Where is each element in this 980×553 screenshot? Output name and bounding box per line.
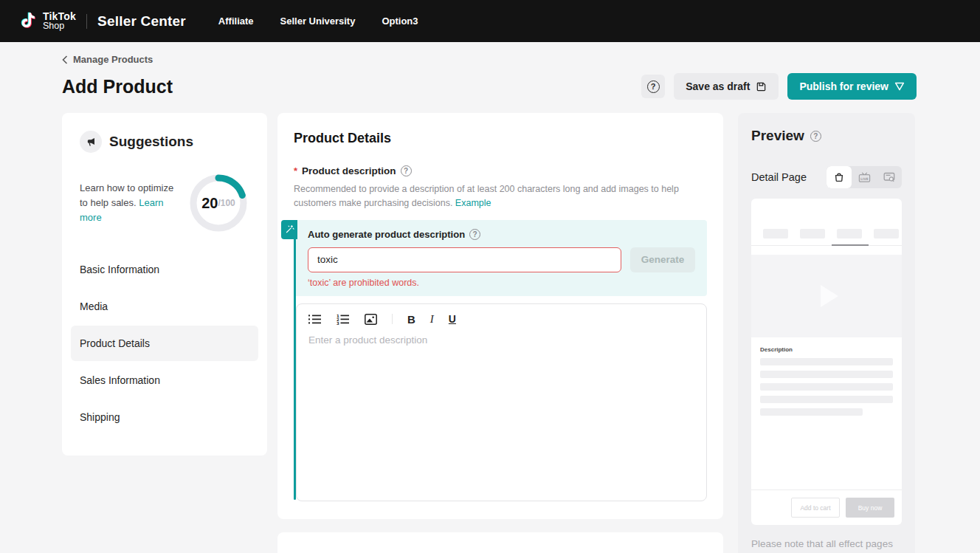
- nav-item-seller-university[interactable]: Seller University: [280, 16, 356, 27]
- autogen-keywords-input[interactable]: [308, 247, 621, 272]
- play-icon: [821, 285, 838, 307]
- mockup-add-to-cart-button: Add to cart: [791, 498, 840, 518]
- megaphone-icon: [80, 131, 102, 153]
- text-placeholder-line: [760, 396, 893, 403]
- sales-information-card: Sales Information: [277, 532, 723, 553]
- suggestions-title: Suggestions: [109, 134, 193, 150]
- publish-dropdown-icon: [894, 82, 905, 91]
- mockup-footer: Add to cart Buy now: [751, 490, 902, 525]
- mockup-tab-placeholder: [837, 229, 862, 238]
- insert-image-icon[interactable]: [365, 314, 377, 325]
- mockup-tab-placeholder: [874, 229, 899, 238]
- autogen-label: Auto generate product description: [308, 229, 465, 240]
- help-icon: ?: [647, 80, 660, 93]
- preview-disclaimer: Please note that all effect pages are pr…: [751, 537, 902, 553]
- suggestions-description: Learn how to optimize to help sales. Lea…: [80, 181, 174, 225]
- product-details-card: Product Details * Product description ? …: [277, 113, 723, 519]
- text-placeholder-line: [760, 408, 863, 416]
- text-placeholder-line: [760, 383, 893, 391]
- tiktok-shop-logo[interactable]: TikTok Shop: [18, 11, 76, 32]
- breadcrumb-label: Manage Products: [73, 54, 153, 65]
- detail-page-mockup: Description Add to cart Buy now: [751, 199, 902, 525]
- preview-title: Preview: [751, 128, 804, 144]
- sidebar-item-shipping[interactable]: Shipping: [71, 399, 258, 435]
- seller-center-title[interactable]: Seller Center: [97, 13, 186, 30]
- sidebar-item-product-details[interactable]: Product Details: [71, 326, 258, 361]
- nav-item-affiliate[interactable]: Affiliate: [218, 16, 254, 27]
- editor-toolbar: 123 B I U: [297, 304, 706, 332]
- product-description-helper: Recommended to provide a description of …: [294, 182, 698, 211]
- score-progress-ring: 20/100: [187, 172, 249, 234]
- suggestions-nav: Basic Information Media Product Details …: [62, 252, 267, 435]
- description-editor-body[interactable]: Enter a product description: [297, 332, 706, 479]
- score-value: 20: [201, 195, 218, 212]
- autogen-accent-bar: [294, 220, 296, 500]
- nav-item-option3[interactable]: Option3: [382, 16, 418, 27]
- tiktok-note-icon: [18, 11, 37, 32]
- save-icon: [756, 81, 767, 92]
- underline-icon[interactable]: U: [449, 313, 456, 325]
- detail-page-bag-icon[interactable]: [827, 166, 852, 188]
- header-nav: Affiliate Seller University Option3: [218, 16, 418, 27]
- score-total: /100: [218, 198, 235, 208]
- page-actions: ? Save as draft Publish for review: [641, 73, 917, 100]
- publish-for-review-label: Publish for review: [799, 80, 888, 92]
- sidebar-item-basic-information[interactable]: Basic Information: [71, 252, 258, 287]
- mockup-tabs: [751, 199, 902, 246]
- italic-icon[interactable]: I: [430, 313, 434, 326]
- header-divider: [86, 14, 87, 29]
- generate-button[interactable]: Generate: [630, 247, 695, 272]
- search-result-preview-icon[interactable]: [877, 166, 902, 188]
- product-description-help-icon[interactable]: ?: [401, 165, 412, 176]
- mockup-active-tab-indicator: [832, 244, 869, 246]
- autogen-help-icon[interactable]: ?: [469, 229, 480, 240]
- sidebar-item-media[interactable]: Media: [71, 289, 258, 324]
- numbered-list-icon[interactable]: 123: [337, 314, 350, 325]
- text-placeholder-line: [760, 358, 893, 365]
- mockup-tab-placeholder: [800, 229, 825, 238]
- save-as-draft-button[interactable]: Save as draft: [674, 73, 779, 100]
- magic-wand-icon: [281, 220, 297, 239]
- top-header: TikTok Shop Seller Center Affiliate Sell…: [0, 0, 980, 42]
- preview-panel: Preview ? Detail Page LIVE: [738, 113, 915, 553]
- breadcrumb[interactable]: Manage Products: [62, 54, 153, 65]
- svg-text:3: 3: [337, 321, 339, 325]
- mockup-description-section: Description: [751, 337, 902, 416]
- autogen-section: Auto generate product description ? Gene…: [296, 220, 707, 296]
- preview-help-icon[interactable]: ?: [810, 131, 821, 142]
- bullet-list-icon[interactable]: [308, 314, 322, 325]
- detail-page-label: Detail Page: [751, 171, 807, 183]
- sidebar-item-sales-information[interactable]: Sales Information: [71, 363, 258, 398]
- suggestions-panel: Suggestions Learn how to optimize to hel…: [62, 113, 267, 456]
- mockup-tab-placeholder: [763, 229, 788, 238]
- publish-for-review-button[interactable]: Publish for review: [787, 73, 917, 100]
- page-title: Add Product: [62, 76, 173, 97]
- live-preview-icon[interactable]: LIVE: [852, 166, 877, 188]
- required-asterisk: *: [294, 165, 297, 176]
- logo-wordmark: TikTok Shop: [43, 11, 76, 32]
- help-button[interactable]: ?: [641, 75, 665, 98]
- back-icon: [62, 55, 68, 64]
- preview-mode-switcher: LIVE: [827, 166, 902, 188]
- example-link[interactable]: Example: [455, 198, 491, 208]
- description-editor: 123 B I U Enter a product description: [296, 303, 707, 501]
- mockup-buy-now-button: Buy now: [846, 498, 894, 518]
- bold-icon[interactable]: B: [407, 313, 415, 326]
- toolbar-divider: [392, 314, 393, 324]
- mockup-video-area: [751, 255, 902, 337]
- text-placeholder-line: [760, 371, 893, 378]
- save-as-draft-label: Save as draft: [686, 80, 750, 92]
- live-label: LIVE: [860, 177, 869, 181]
- product-details-title: Product Details: [294, 131, 707, 146]
- mockup-description-label: Description: [760, 346, 893, 353]
- product-description-label: Product description: [302, 165, 396, 176]
- autogen-error-message: ‘toxic’ are prohibited words.: [308, 278, 695, 288]
